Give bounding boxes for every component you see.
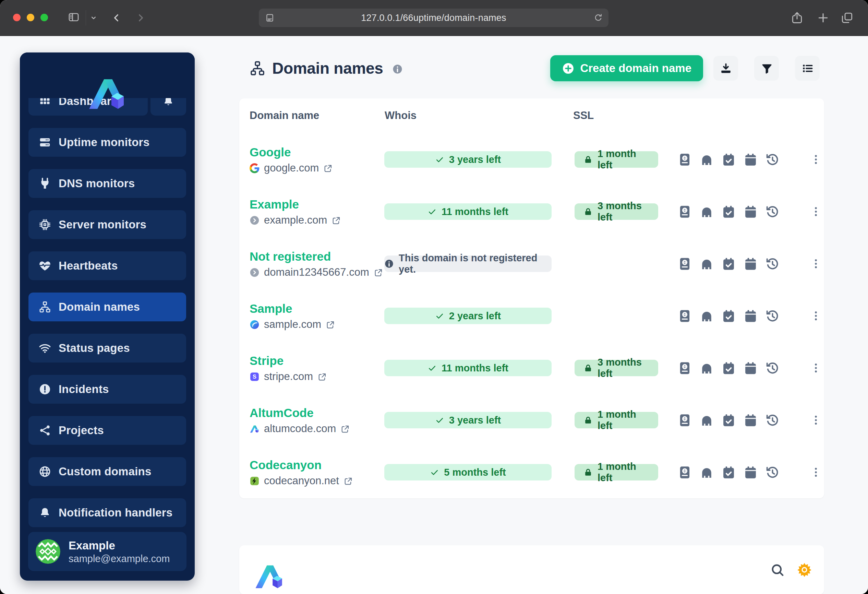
domain-name-link[interactable]: Sample (249, 301, 381, 316)
sidebar-item-projects[interactable]: Projects (28, 416, 186, 445)
whois-passport-icon[interactable] (678, 309, 692, 324)
info-icon (384, 259, 394, 269)
info-icon[interactable] (392, 64, 403, 74)
whois-passport-icon[interactable] (678, 257, 692, 271)
calendar-check-icon[interactable] (721, 413, 736, 428)
hosting-icon[interactable] (699, 204, 714, 219)
avatar (35, 539, 61, 564)
external-link-icon[interactable] (323, 163, 332, 173)
plug-icon (39, 177, 51, 190)
chevron-down-icon[interactable] (89, 13, 98, 22)
create-domain-name-button[interactable]: Create domain name (550, 55, 703, 81)
forward-button[interactable] (135, 12, 146, 23)
filter-button[interactable] (754, 56, 779, 81)
reload-icon[interactable] (593, 13, 603, 24)
sidebar-item-domain-names[interactable]: Domain names (28, 293, 186, 321)
history-icon[interactable] (765, 413, 780, 428)
address-bar[interactable]: 127.0.0.1/66uptime/domain-names (259, 9, 608, 27)
domain-name-link[interactable]: Not registered (249, 249, 381, 264)
history-icon[interactable] (765, 204, 780, 219)
row-menu-button[interactable] (810, 154, 822, 165)
browser-toolbar: 127.0.0.1/66uptime/domain-names (0, 0, 868, 36)
whois-passport-icon[interactable] (678, 152, 692, 167)
sidebar-item-dns-monitors[interactable]: DNS monitors (28, 169, 186, 198)
sidebar-item-incidents[interactable]: Incidents (28, 375, 186, 404)
whois-passport-icon[interactable] (678, 465, 692, 480)
domain-name-link[interactable]: Example (249, 197, 381, 212)
hosting-icon[interactable] (699, 257, 714, 271)
history-icon[interactable] (765, 257, 780, 271)
sidebar-item-notification-handlers[interactable]: Notification handlers (28, 498, 186, 527)
zoom-window-button[interactable] (40, 14, 48, 21)
calendar-icon[interactable] (743, 413, 758, 428)
hosting-icon[interactable] (699, 361, 714, 375)
external-link-icon[interactable] (332, 216, 341, 225)
calendar-check-icon[interactable] (721, 257, 736, 271)
hosting-icon[interactable] (699, 413, 714, 428)
calendar-icon[interactable] (743, 361, 758, 375)
row-menu-button[interactable] (810, 466, 822, 478)
calendar-check-icon[interactable] (721, 361, 736, 375)
row-menu-button[interactable] (810, 258, 822, 270)
calendar-check-icon[interactable] (721, 465, 736, 480)
sidebar-item-status-pages[interactable]: Status pages (28, 334, 186, 362)
hosting-icon[interactable] (699, 309, 714, 324)
calendar-icon[interactable] (743, 204, 758, 219)
hosting-icon[interactable] (699, 152, 714, 167)
calendar-icon[interactable] (743, 465, 758, 480)
history-icon[interactable] (765, 361, 780, 375)
row-menu-button[interactable] (810, 414, 822, 426)
back-button[interactable] (111, 12, 122, 23)
external-link-icon[interactable] (317, 372, 327, 382)
calendar-check-icon[interactable] (721, 152, 736, 167)
table-row: Codecanyon codecanyon.net 5 months left … (239, 446, 824, 498)
calendar-icon[interactable] (743, 152, 758, 167)
check-icon (435, 312, 444, 321)
minimize-window-button[interactable] (27, 14, 34, 21)
sidebar-item-heartbeats[interactable]: Heartbeats (28, 251, 186, 280)
search-icon[interactable] (770, 563, 785, 578)
row-menu-button[interactable] (810, 206, 822, 217)
row-menu-button[interactable] (810, 310, 822, 322)
history-icon[interactable] (765, 465, 780, 480)
external-link-icon[interactable] (344, 476, 353, 486)
sitemap-icon (39, 301, 51, 313)
google-favicon (249, 163, 260, 173)
whois-passport-icon[interactable] (678, 204, 692, 219)
domain-name-link[interactable]: AltumCode (249, 405, 381, 420)
calendar-icon[interactable] (743, 309, 758, 324)
calendar-icon[interactable] (743, 257, 758, 271)
sidebar-toggle-icon[interactable] (67, 11, 81, 23)
close-window-button[interactable] (13, 14, 21, 21)
history-icon[interactable] (765, 309, 780, 324)
domain-host: google.com (264, 162, 319, 174)
domain-host: codecanyon.net (264, 475, 339, 487)
whois-badge: 11 months left (384, 203, 552, 220)
export-button[interactable] (713, 56, 738, 81)
whois-passport-icon[interactable] (678, 413, 692, 428)
whois-passport-icon[interactable] (678, 361, 692, 375)
sidebar-item-server-monitors[interactable]: Server monitors (28, 210, 186, 239)
domain-name-link[interactable]: Google (249, 145, 381, 160)
sidebar-item-custom-domains[interactable]: Custom domains (28, 457, 186, 486)
list-icon (802, 62, 813, 74)
external-link-icon[interactable] (340, 424, 350, 434)
domain-name-link[interactable]: Stripe (249, 353, 381, 368)
theme-toggle-sun-icon[interactable] (796, 562, 812, 578)
new-tab-icon[interactable] (816, 11, 830, 24)
sidebar-item-uptime-monitors[interactable]: Uptime monitors (28, 128, 186, 157)
external-link-icon[interactable] (326, 320, 335, 330)
server-icon (39, 136, 51, 149)
hosting-icon[interactable] (699, 465, 714, 480)
calendar-check-icon[interactable] (721, 309, 736, 324)
history-icon[interactable] (765, 152, 780, 167)
calendar-check-icon[interactable] (721, 204, 736, 219)
traffic-lights (13, 14, 48, 21)
list-view-button[interactable] (795, 56, 820, 81)
user-profile-button[interactable]: Example sample@example.com (28, 532, 186, 571)
share-icon[interactable] (791, 11, 803, 24)
domain-name-link[interactable]: Codecanyon (249, 458, 381, 473)
row-menu-button[interactable] (810, 362, 822, 374)
footer-logo (254, 560, 285, 593)
tab-overview-icon[interactable] (841, 11, 853, 24)
